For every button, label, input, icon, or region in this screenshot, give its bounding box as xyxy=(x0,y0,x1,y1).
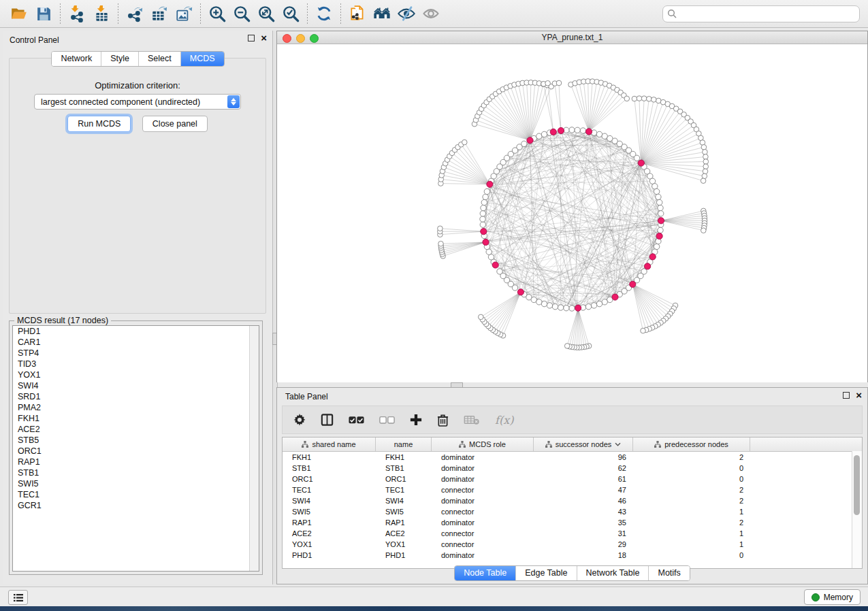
network-node[interactable] xyxy=(462,139,468,145)
table-cell[interactable]: 0 xyxy=(633,474,750,484)
network-node[interactable] xyxy=(703,150,708,155)
network-node[interactable] xyxy=(602,133,607,139)
table-row[interactable]: RAP1RAP1dominator352 xyxy=(283,517,862,528)
network-node[interactable] xyxy=(703,169,708,174)
network-node[interactable] xyxy=(658,218,664,224)
table-cell[interactable]: SWI4 xyxy=(283,495,376,506)
table-settings-button[interactable] xyxy=(293,414,306,426)
table-cell[interactable]: 29 xyxy=(534,539,633,550)
network-node[interactable] xyxy=(701,228,707,233)
delete-column-button[interactable] xyxy=(437,414,449,427)
network-node[interactable] xyxy=(575,127,580,133)
network-node[interactable] xyxy=(701,145,707,150)
float-panel-icon[interactable] xyxy=(248,35,255,42)
network-node[interactable] xyxy=(641,328,646,333)
network-node[interactable] xyxy=(564,344,570,349)
table-cell[interactable]: ORC1 xyxy=(283,474,376,484)
network-node[interactable] xyxy=(527,137,533,144)
table-cell[interactable]: 1 xyxy=(633,528,750,539)
network-node[interactable] xyxy=(638,160,644,166)
network-node[interactable] xyxy=(702,174,707,179)
close-panel-icon[interactable]: × xyxy=(261,35,267,42)
network-node[interactable] xyxy=(492,262,498,268)
network-node[interactable] xyxy=(591,303,596,308)
search-input[interactable] xyxy=(662,5,860,22)
network-node[interactable] xyxy=(596,301,602,306)
save-button[interactable] xyxy=(31,2,56,25)
column-header-successor-nodes[interactable]: successor nodes xyxy=(534,437,633,451)
table-cell[interactable]: connector xyxy=(432,539,534,550)
network-node[interactable] xyxy=(569,306,575,311)
mcds-result-item[interactable]: YOX1 xyxy=(13,369,259,380)
network-node[interactable] xyxy=(641,96,647,101)
mcds-result-item[interactable]: TEC1 xyxy=(13,489,259,500)
network-node[interactable] xyxy=(585,304,591,310)
network-node[interactable] xyxy=(575,305,581,311)
network-node[interactable] xyxy=(488,254,494,260)
tab-style[interactable]: Style xyxy=(101,52,139,66)
network-node[interactable] xyxy=(658,211,664,216)
select-all-button[interactable] xyxy=(349,416,364,425)
network-node[interactable] xyxy=(647,97,652,102)
zoom-in-button[interactable] xyxy=(205,2,229,25)
close-panel-button[interactable]: Close panel xyxy=(142,116,208,132)
mcds-result-item[interactable]: ORC1 xyxy=(13,446,259,457)
show-columns-button[interactable] xyxy=(321,414,334,426)
close-table-panel-icon[interactable]: × xyxy=(856,392,862,399)
network-node[interactable] xyxy=(596,131,602,137)
network-node[interactable] xyxy=(652,184,658,189)
task-history-button[interactable] xyxy=(8,590,28,605)
export-network-button[interactable] xyxy=(123,2,147,25)
table-cell[interactable]: ACE2 xyxy=(376,528,432,539)
network-graph[interactable] xyxy=(277,44,867,382)
column-header-predecessor-nodes[interactable]: predecessor nodes xyxy=(633,437,750,451)
table-cell[interactable]: 96 xyxy=(534,452,633,463)
table-cell[interactable]: 47 xyxy=(534,484,633,495)
network-node[interactable] xyxy=(649,254,656,260)
mcds-result-item[interactable]: FKH1 xyxy=(13,413,259,424)
table-row[interactable]: FKH1FKH1dominator962 xyxy=(283,452,862,463)
table-row[interactable]: PHD1PHD1dominator180 xyxy=(283,550,862,561)
mcds-result-item[interactable]: STB5 xyxy=(13,435,259,446)
eye-disabled-button[interactable] xyxy=(419,2,443,25)
table-cell[interactable]: 46 xyxy=(534,495,633,506)
mcds-result-item[interactable]: PHD1 xyxy=(13,326,259,337)
mcds-result-item[interactable]: SRD1 xyxy=(13,391,259,402)
column-header-name[interactable]: name xyxy=(376,437,432,451)
export-table-button[interactable] xyxy=(147,2,172,25)
column-header-shared-name[interactable]: shared name xyxy=(283,437,376,451)
mcds-list-scrollbar[interactable] xyxy=(249,326,259,571)
network-node[interactable] xyxy=(487,181,493,187)
network-node[interactable] xyxy=(634,155,639,161)
table-cell[interactable]: 1 xyxy=(633,539,750,550)
network-node[interactable] xyxy=(569,127,575,133)
table-cell[interactable]: 2 xyxy=(633,452,750,463)
table-row[interactable]: SWI5SWI5connector431 xyxy=(283,506,862,517)
network-titlebar[interactable]: YPA_prune.txt_1 xyxy=(277,31,867,44)
tab-node-table[interactable]: Node Table xyxy=(455,566,516,580)
table-row[interactable]: SWI4SWI4dominator462 xyxy=(283,495,862,506)
network-node[interactable] xyxy=(552,304,558,310)
network-node[interactable] xyxy=(703,154,709,160)
mcds-result-item[interactable]: CAR1 xyxy=(13,337,259,348)
table-cell[interactable]: STB1 xyxy=(283,463,376,474)
network-node[interactable] xyxy=(703,164,709,169)
table-cell[interactable]: 61 xyxy=(534,474,633,484)
table-scrollbar-thumb[interactable] xyxy=(854,455,860,515)
table-cell[interactable]: 18 xyxy=(534,550,633,561)
table-cell[interactable]: PHD1 xyxy=(376,550,432,561)
network-node[interactable] xyxy=(545,81,551,86)
network-node[interactable] xyxy=(632,96,637,101)
network-node[interactable] xyxy=(624,96,630,101)
table-cell[interactable]: dominator xyxy=(432,495,534,506)
network-node[interactable] xyxy=(521,141,527,146)
network-node[interactable] xyxy=(612,294,618,300)
table-cell[interactable]: connector xyxy=(432,484,534,495)
mcds-result-item[interactable]: STB1 xyxy=(13,467,259,478)
mcds-result-item[interactable]: SWI4 xyxy=(13,380,259,391)
table-cell[interactable]: STB1 xyxy=(376,463,432,474)
table-cell[interactable]: 43 xyxy=(534,506,633,517)
network-node[interactable] xyxy=(541,301,547,306)
table-cell[interactable]: YOX1 xyxy=(283,539,376,550)
table-cell[interactable]: RAP1 xyxy=(283,517,376,528)
